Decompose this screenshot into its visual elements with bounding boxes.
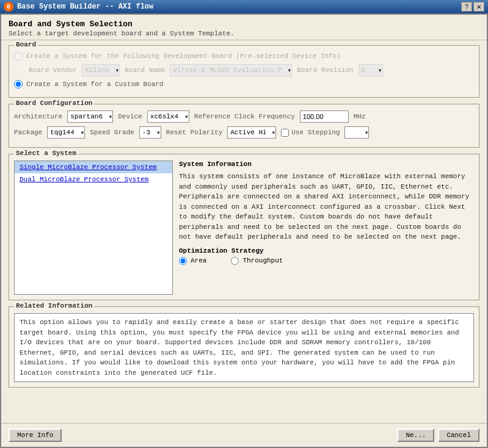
- optimization-row: Optimization Strategy Area Throughput: [179, 247, 474, 265]
- config-row-1: Architecture spartan6 spartan3 virtex6 ▼…: [14, 110, 474, 123]
- help-button[interactable]: ?: [461, 2, 472, 12]
- board-config-group: Board Configuration Architecture spartan…: [9, 104, 479, 148]
- main-window: Board and System Selection Select a targ…: [0, 13, 488, 448]
- radio-row-board: Create a System for the Following Develo…: [14, 52, 474, 60]
- radio-custom-board[interactable]: [14, 80, 23, 89]
- window-title: Base System Builder -- AXI flow: [17, 2, 153, 11]
- related-info-label: Related Information: [14, 302, 94, 309]
- close-button[interactable]: ✕: [473, 2, 484, 12]
- system-info-text: This system consists of one instance of …: [179, 172, 474, 242]
- ref-clock-label: Reference Clock Frequency: [194, 113, 295, 120]
- board-vendor-select[interactable]: Xilinx: [82, 64, 120, 76]
- ref-clock-input[interactable]: [300, 110, 349, 123]
- radio-dev-board[interactable]: [14, 52, 23, 60]
- page-subtitle: Select a target development board and a …: [9, 30, 479, 37]
- optimization-label: Optimization Strategy: [179, 247, 474, 255]
- mhz-label: MHz: [354, 113, 366, 120]
- footer-right: Ne... Cancel: [397, 428, 479, 442]
- arch-label: Architecture: [14, 113, 62, 120]
- opt-area-label: Area: [191, 257, 206, 264]
- opt-area-radio[interactable]: [179, 257, 187, 265]
- related-info-group: Related Information This option allows y…: [9, 306, 479, 388]
- board-vendor-label: Board Vendor: [29, 67, 77, 74]
- board-revision-select[interactable]: D: [359, 64, 383, 76]
- board-vendor-row: Board Vendor Xilinx ▼ Board Name Virtex-…: [14, 64, 474, 76]
- device-label: Device: [118, 113, 142, 120]
- system-select-group: Select a System Single MicroBlaze Proces…: [9, 154, 479, 300]
- package-label: Package: [14, 129, 42, 136]
- opt-radio-row: Area Throughput: [179, 257, 474, 265]
- board-name-select[interactable]: Virtex-6 ML605 Evaluation Platform: [170, 64, 292, 76]
- list-item[interactable]: Single MicroBlaze Processor System: [15, 161, 172, 173]
- system-list: Single MicroBlaze Processor System Dual …: [14, 161, 173, 295]
- use-stepping-checkbox[interactable]: [281, 129, 289, 137]
- radio-custom-board-label: Create a System for a Custom Board: [26, 81, 163, 88]
- system-info-panel: System Information This system consists …: [179, 161, 474, 295]
- reset-polarity-label: Reset Polarity: [166, 129, 222, 136]
- board-name-label: Board Name: [125, 67, 165, 74]
- related-info-text: This option allows you to rapidly and ea…: [14, 313, 474, 382]
- app-icon: B: [4, 2, 13, 12]
- package-select[interactable]: tqg144 cpg196: [47, 126, 85, 139]
- stepping-select[interactable]: [344, 126, 369, 139]
- board-config-label: Board Configuration: [14, 99, 94, 107]
- page-title: Board and System Selection: [9, 20, 479, 29]
- device-select[interactable]: xc6slx4 xc6slx9: [147, 110, 189, 123]
- opt-area: Area: [179, 257, 206, 265]
- radio-row-custom: Create a System for a Custom Board: [14, 80, 474, 89]
- use-stepping-label: Use Stepping: [291, 129, 340, 136]
- board-revision-label: Board Revision: [297, 67, 353, 74]
- cancel-button[interactable]: Cancel: [438, 428, 479, 442]
- more-info-button[interactable]: More Info: [9, 428, 62, 442]
- board-group: Board Create a System for the Following …: [9, 45, 479, 98]
- footer-bar: More Info Ne... Cancel: [1, 423, 487, 447]
- arch-select[interactable]: spartan6 spartan3 virtex6: [67, 110, 113, 123]
- config-row-2: Package tqg144 cpg196 ▼ Speed Grade -3 -…: [14, 126, 474, 139]
- radio-dev-board-label: Create a System for the Following Develo…: [26, 52, 341, 60]
- speed-grade-select[interactable]: -3 -2: [139, 126, 161, 139]
- section-header: Board and System Selection Select a targ…: [1, 15, 487, 40]
- board-group-label: Board: [14, 41, 38, 48]
- system-select-label: Select a System: [14, 150, 78, 157]
- use-stepping-row: Use Stepping: [281, 129, 340, 137]
- speed-grade-label: Speed Grade: [90, 129, 134, 136]
- opt-throughput: Throughput: [231, 257, 283, 265]
- opt-throughput-radio[interactable]: [231, 257, 239, 265]
- active-high-select[interactable]: Active High Active Low: [227, 126, 276, 139]
- content-area: Board Create a System for the Following …: [1, 40, 487, 423]
- next-button[interactable]: Ne...: [397, 428, 434, 442]
- list-item[interactable]: Dual MicroBlaze Processor System: [15, 173, 172, 186]
- system-info-title: System Information: [179, 161, 474, 168]
- window-controls: ? ✕: [461, 2, 484, 12]
- title-bar: B Base System Builder -- AXI flow ? ✕: [0, 0, 488, 13]
- system-select-area: Single MicroBlaze Processor System Dual …: [14, 161, 474, 295]
- opt-throughput-label: Throughput: [242, 257, 283, 264]
